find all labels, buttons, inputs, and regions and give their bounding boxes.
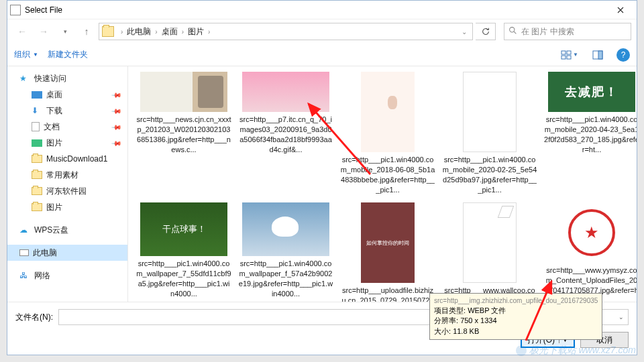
seal-icon: ★ [568,209,615,256]
close-icon [617,7,624,13]
file-item[interactable]: src=http___p7.itc.cn_q_70_images03_20200… [238,72,333,194]
chevron-right-icon: › [205,28,213,36]
thumbnail [242,202,329,256]
svg-rect-4 [567,56,571,59]
file-item[interactable]: 如何掌控你的时间 src=http___uploadfile.bizhizu.c… [340,202,435,302]
pin-icon: 📌 [111,121,122,132]
file-name: src=http___pic1.win4000.com_mobile_2020-… [544,115,637,154]
thumbnail: 如何掌控你的时间 [361,202,415,283]
svg-rect-6 [598,51,602,59]
up-button[interactable]: ↑ [77,23,96,40]
chevron-down-icon: ▼ [33,52,38,58]
chevron-down-icon[interactable]: ⌄ [459,28,470,36]
search-placeholder: 在 图片 中搜索 [521,26,574,38]
file-item[interactable]: src=http___pic1.win4000.com_wallpaper_f_… [238,202,333,302]
file-item[interactable]: ★ src=http___www.yymsyz.com_Content_Uplo… [544,202,637,302]
folder-icon [102,26,114,37]
pin-icon: 📌 [111,105,122,116]
file-name: src=http___uploadfile.bizhizu.cn_2015_07… [340,286,435,302]
refresh-button[interactable] [476,23,496,40]
chevron-down-icon: ⌄ [619,314,624,320]
chevron-right-icon: › [152,28,160,36]
sidebar-pictures[interactable]: 图片📌 [7,135,127,151]
sidebar-pictures2[interactable]: 图片 [7,199,127,215]
star-icon: ★ [19,74,30,83]
file-name: src=http___pic1.win4000.com_mobile_2020-… [442,155,537,194]
file-name: src=http___pic1.win4000.com_mobile_2018-… [340,155,435,194]
thumbnails-icon [561,50,572,60]
watermark-logo-icon [516,345,527,356]
thumbnail [242,72,329,112]
preview-icon [592,50,603,60]
sidebar-desktop[interactable]: 桌面📌 [7,86,127,103]
file-name: src=http___pic1.win4000.com_wallpaper_f_… [238,259,333,298]
sidebar-this-pc[interactable]: 此电脑 [7,245,127,261]
search-input[interactable]: 在 图片 中搜索 [504,23,631,40]
sidebar-music-download[interactable]: MusicDownload1 [7,151,127,167]
thumbnail [140,72,227,112]
sidebar-quick-access[interactable]: ★快速访问 [7,70,127,86]
search-icon [508,26,517,37]
file-item[interactable]: src=http___news.cjn.cn_xxxtp_201203_W020… [136,72,231,194]
file-item[interactable]: src=http___www.wallcoo.com_photograph_ca… [442,202,537,302]
file-name: src=http___p7.itc.cn_q_70_images03_20200… [238,115,333,154]
pc-icon [19,249,29,256]
folder-icon [32,203,42,211]
chevron-right-icon: › [179,28,186,36]
file-list: src=http___news.cjn.cn_xxxtp_201203_W020… [128,66,637,302]
breadcrumb[interactable]: › 此电脑 › 桌面 › 图片 › ⌄ [99,23,473,40]
thumbnail [361,72,415,152]
help-button[interactable]: ? [616,48,630,62]
svg-point-0 [510,27,515,32]
crumb-pictures[interactable]: 图片 [186,26,205,38]
refresh-icon [481,27,490,36]
pictures-icon [32,139,42,147]
crumb-this-pc[interactable]: 此电脑 [125,26,152,38]
body: ★快速访问 桌面📌 ⬇下载📌 文档📌 图片📌 MusicDownload1 常用… [7,66,637,302]
folder-icon [32,187,42,195]
svg-rect-3 [561,56,566,59]
file-item[interactable]: 去减肥！ src=http___pic1.win4000.com_mobile_… [544,72,637,194]
thumbnail [463,202,517,283]
sidebar-network[interactable]: 🖧网络 [7,267,127,284]
pin-icon: 📌 [111,89,122,100]
thumbnail: 干点球事！ [140,202,227,256]
tooltip-partial-filename: src=http___img.zhizhizhi.com_upfile_dou_… [434,296,598,306]
sidebar-common-material[interactable]: 常用素材 [7,167,127,183]
sidebar-downloads[interactable]: ⬇下载📌 [7,103,127,119]
sidebar-documents[interactable]: 文档📌 [7,119,127,135]
file-name: src=http___news.cjn.cn_xxxtp_201203_W020… [136,115,231,154]
organize-menu[interactable]: 组织 ▼ [14,49,38,60]
thumbnail: 去减肥！ [548,72,635,112]
thumbnail [463,72,517,152]
window-title: Select File [25,5,607,15]
new-folder-button[interactable]: 新建文件夹 [48,49,88,60]
document-icon [32,122,40,131]
file-item[interactable]: src=http___pic1.win4000.com_mobile_2018-… [340,72,435,194]
file-item[interactable]: 干点球事！ src=http___pic1.win4000.com_wallpa… [136,202,231,302]
chevron-right-icon: › [118,28,125,36]
folder-icon [32,155,42,163]
download-icon: ⬇ [32,106,42,115]
back-button[interactable]: ← [13,23,32,40]
recent-dropdown[interactable]: ▾ [56,23,74,40]
navbar: ← → ▾ ↑ › 此电脑 › 桌面 › 图片 › ⌄ 在 图片 中搜索 [7,19,637,44]
sidebar-hedong[interactable]: 河东软件园 [7,183,127,199]
network-icon: 🖧 [19,271,30,280]
titlebar: Select File [7,1,637,19]
sidebar: ★快速访问 桌面📌 ⬇下载📌 文档📌 图片📌 MusicDownload1 常用… [7,66,128,302]
close-button[interactable] [607,1,634,19]
tooltip: src=http___img.zhizhizhi.com_upfile_dou_… [429,293,602,340]
folder-icon [32,171,42,179]
cloud-icon: ☁ [19,225,30,235]
sidebar-wps-cloud[interactable]: ☁WPS云盘 [7,222,127,238]
desktop-icon [32,91,42,99]
forward-button[interactable]: → [34,23,53,40]
watermark: 极光下载站 www.xz7.com [516,345,636,357]
crumb-desktop[interactable]: 桌面 [160,26,179,38]
pin-icon: 📌 [111,137,122,148]
view-mode-button[interactable]: ▼ [560,47,579,63]
thumbnail: ★ [548,202,635,263]
preview-pane-button[interactable] [588,47,607,63]
file-item[interactable]: src=http___pic1.win4000.com_mobile_2020-… [442,72,537,194]
